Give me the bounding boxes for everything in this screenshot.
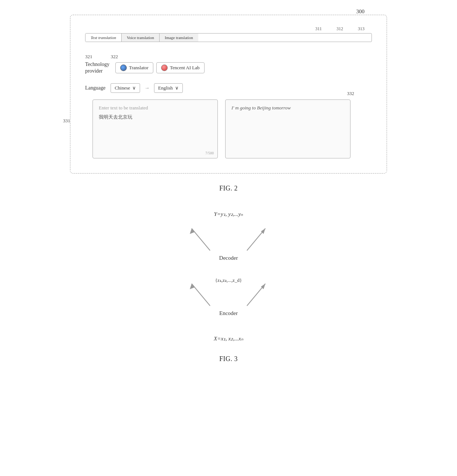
language-label: Language [85, 85, 105, 91]
fig3-section: Y=y₁, y₂,...yₙ Decoder {z₁,z₂,...,z_d} [22, 207, 435, 363]
source-language-select[interactable]: Chinese ∨ [111, 83, 140, 93]
tab-text-translation[interactable]: Text translation [86, 34, 122, 42]
ref-311-label: 311 [315, 26, 322, 32]
translator-icon [120, 64, 127, 71]
language-row: Language Chinese ∨ → English ∨ [85, 83, 372, 93]
ref-321: 321 [85, 54, 93, 60]
ref-300: 300 [356, 8, 365, 15]
source-lang-value: Chinese [115, 85, 130, 91]
fig2-diagram: 300 311 312 313 Text translation Voice t… [70, 15, 387, 174]
tencent-icon [161, 64, 168, 71]
tech-provider-label: Technologyprovider [85, 61, 109, 74]
ref-331: 331 [63, 118, 70, 124]
input-placeholder: Enter text to be translated [99, 105, 212, 111]
tencent-label: Tencent AI Lab [170, 65, 200, 71]
tech-provider-row: Technologyprovider Translator Tencent AI… [85, 61, 372, 74]
tencent-provider-btn[interactable]: Tencent AI Lab [156, 62, 205, 73]
fig2-caption: FIG. 2 [219, 185, 238, 192]
svg-text:Encoder: Encoder [219, 310, 238, 316]
svg-line-0 [192, 228, 210, 251]
ref-312-label: 312 [336, 26, 343, 32]
target-language-select[interactable]: English ∨ [154, 83, 183, 93]
translation-output: I' m going to Beijing tomorrow [225, 99, 350, 158]
fig3-diagram: Y=y₁, y₂,...yₙ Decoder {z₁,z₂,...,z_d} [136, 207, 321, 344]
svg-text:Decoder: Decoder [219, 255, 238, 261]
tab-image-translation[interactable]: Image translation [160, 34, 198, 42]
ref-313-label: 313 [358, 26, 364, 32]
char-count: 7/500 [205, 151, 214, 155]
input-text: 我明天去北京玩 [99, 114, 212, 120]
fig3-output-label: Y=y₁, y₂,...yₙ [214, 211, 243, 217]
ref-332: 332 [347, 91, 355, 97]
textboxes-row: 331 Enter text to be translated 我明天去北京玩 … [85, 99, 372, 158]
svg-text:{z₁,z₂,...,z_d}: {z₁,z₂,...,z_d} [215, 277, 242, 283]
svg-line-6 [192, 284, 210, 306]
ref-322: 322 [111, 54, 118, 60]
source-lang-chevron: ∨ [132, 85, 136, 91]
target-lang-value: English [158, 85, 173, 91]
output-text: I' m going to Beijing tomorrow [231, 105, 344, 111]
source-text-input[interactable]: Enter text to be translated 我明天去北京玩 7/50… [93, 99, 218, 158]
translator-provider-btn[interactable]: Translator [115, 62, 153, 73]
tabs-bar: Text translation Voice translation Image… [85, 33, 372, 42]
fig2-section: 300 311 312 313 Text translation Voice t… [22, 15, 435, 192]
fig3-arrows: Decoder {z₁,z₂,...,z_d} Encoder [170, 217, 287, 343]
fig3-caption: FIG. 3 [219, 355, 238, 363]
translator-label: Translator [129, 65, 149, 71]
fig3-input-label: X=x₁, x₂,...xₙ [214, 335, 243, 342]
target-lang-chevron: ∨ [175, 85, 179, 91]
tab-voice-translation[interactable]: Voice translation [122, 34, 160, 42]
lang-direction-arrow: → [144, 85, 150, 91]
tabs-wrapper: 311 312 313 Text translation Voice trans… [85, 26, 372, 42]
